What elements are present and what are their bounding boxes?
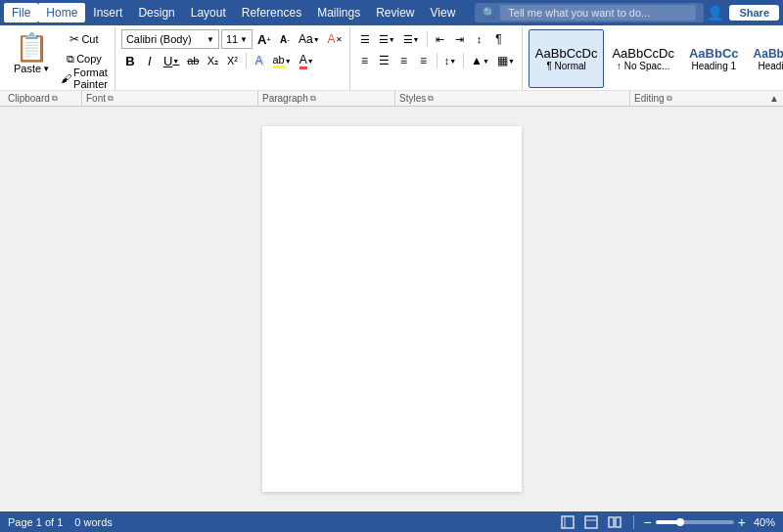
shrink-font-button[interactable]: A-: [276, 29, 294, 49]
style-h2-preview: AaBbCcC: [754, 47, 783, 61]
underline-button[interactable]: U▼: [161, 51, 182, 70]
menu-home[interactable]: Home: [38, 3, 85, 22]
paragraph-label-group: Paragraph ⧉: [258, 91, 395, 106]
ribbon: 📋 Paste ▼ ✂ Cut ⧉ Copy 🖌: [0, 25, 783, 107]
format-painter-icon: 🖌: [61, 72, 71, 84]
justify-button[interactable]: ≡: [415, 51, 433, 70]
sort-icon: ↕: [477, 33, 483, 45]
paste-dropdown-icon[interactable]: ▼: [42, 65, 50, 73]
italic-label: I: [148, 54, 152, 68]
zoom-in-icon[interactable]: +: [738, 514, 746, 530]
web-layout-view-button[interactable]: [582, 513, 600, 531]
menu-insert[interactable]: Insert: [85, 3, 130, 22]
line-spacing-button[interactable]: ↕▼: [441, 51, 459, 70]
bullets-button[interactable]: ☰: [356, 29, 374, 49]
sort-button[interactable]: ↕: [471, 29, 488, 49]
page-info: Page 1 of 1: [8, 516, 63, 528]
print-layout-view-button[interactable]: [559, 513, 576, 531]
font-size-input[interactable]: 11 ▼: [221, 29, 253, 49]
shrink-font-icon: A: [280, 34, 287, 45]
styles-group-label: Styles: [399, 93, 426, 104]
align-right-button[interactable]: ≡: [395, 51, 413, 70]
shading-button[interactable]: ▲▼: [468, 51, 492, 70]
document-area[interactable]: [0, 107, 783, 511]
font-group: Calibri (Body) ▼ 11 ▼ A+ A- Aa▼ A✕ B I U…: [117, 27, 350, 90]
strikethrough-button[interactable]: ab: [184, 51, 202, 70]
font-name-input[interactable]: Calibri (Body) ▼: [121, 29, 219, 49]
show-marks-button[interactable]: ¶: [490, 29, 508, 49]
borders-button[interactable]: ▦▼: [494, 51, 518, 70]
underline-dropdown-icon[interactable]: ▼: [172, 58, 179, 65]
cut-icon: ✂: [69, 32, 79, 46]
zoom-out-icon[interactable]: −: [644, 514, 652, 530]
clipboard-side: ✂ Cut ⧉ Copy 🖌 Format Painter: [58, 29, 111, 88]
show-marks-icon: ¶: [495, 32, 501, 46]
paragraph-group: ☰ ☰▼ ☰▼ ⇤ ⇥ ↕ ¶ ≡ ☰ ≡ ≡ ↕▼ ▲▼ ▦▼: [352, 27, 523, 90]
cut-button[interactable]: ✂ Cut: [58, 30, 111, 48]
share-button[interactable]: Share: [729, 5, 779, 21]
menu-mailings[interactable]: Mailings: [309, 3, 368, 22]
menu-review[interactable]: Review: [368, 3, 422, 22]
zoom-level: 40%: [754, 516, 775, 528]
superscript-button[interactable]: X²: [224, 51, 242, 70]
numbering-button[interactable]: ☰▼: [376, 29, 398, 49]
document-page[interactable]: [262, 126, 522, 492]
text-effects-button[interactable]: A: [251, 51, 268, 70]
copy-button[interactable]: ⧉ Copy: [58, 50, 111, 67]
paste-label: Paste: [14, 63, 41, 74]
decrease-indent-button[interactable]: ⇤: [432, 29, 449, 49]
borders-icon: ▦: [497, 54, 508, 67]
multilevel-button[interactable]: ☰▼: [400, 29, 423, 49]
font-color-dropdown-icon[interactable]: ▼: [307, 58, 314, 65]
styles-expand-icon[interactable]: ⧉: [428, 94, 434, 104]
svg-rect-5: [616, 517, 621, 527]
font-name-value: Calibri (Body): [126, 33, 192, 45]
editing-expand-icon[interactable]: ⧉: [667, 94, 672, 104]
editing-group-label: Editing: [634, 93, 665, 104]
paste-button[interactable]: 📋 Paste ▼: [8, 29, 56, 76]
text-effects-icon: A: [254, 54, 262, 67]
style-normal-label: ¶ Normal: [546, 61, 585, 71]
center-button[interactable]: ☰: [376, 51, 393, 70]
font-name-dropdown-icon[interactable]: ▼: [207, 35, 214, 44]
bold-label: B: [125, 54, 134, 68]
font-color-button[interactable]: A ▼: [297, 51, 317, 70]
copy-icon: ⧉: [67, 53, 74, 66]
clear-format-button[interactable]: A✕: [325, 29, 345, 49]
text-highlight-button[interactable]: ab ▼: [270, 51, 295, 70]
grow-font-button[interactable]: A+: [254, 29, 274, 49]
menu-design[interactable]: Design: [130, 3, 182, 22]
font-size-value: 11: [226, 33, 238, 45]
style-normal[interactable]: AaBbCcDc ¶ Normal: [529, 29, 605, 88]
ribbon-labels: Clipboard ⧉ Font ⧉ Paragraph ⧉ Styles ⧉ …: [0, 90, 783, 106]
style-heading2[interactable]: AaBbCcC Heading 2: [747, 29, 783, 88]
highlight-dropdown-icon[interactable]: ▼: [285, 58, 292, 65]
tell-me-input[interactable]: [500, 5, 696, 21]
subscript-label: X₂: [207, 55, 218, 67]
increase-indent-button[interactable]: ⇥: [451, 29, 469, 49]
zoom-control[interactable]: − + 40%: [644, 514, 775, 530]
subscript-button[interactable]: X₂: [205, 51, 222, 70]
menu-layout[interactable]: Layout: [183, 3, 234, 22]
format-painter-label: Format Painter: [73, 66, 108, 90]
paragraph-expand-icon[interactable]: ⧉: [310, 94, 316, 104]
zoom-track[interactable]: [656, 520, 734, 524]
italic-button[interactable]: I: [141, 51, 159, 70]
menu-file[interactable]: File: [4, 3, 38, 22]
clipboard-expand-icon[interactable]: ⧉: [52, 94, 58, 104]
bold-button[interactable]: B: [121, 51, 139, 70]
read-mode-view-button[interactable]: [606, 513, 623, 531]
style-no-space[interactable]: AaBbCcDc ↑ No Spac...: [605, 29, 681, 88]
change-case-button[interactable]: Aa▼: [296, 29, 323, 49]
collapse-ribbon-icon[interactable]: ▲: [769, 93, 779, 104]
align-left-button[interactable]: ≡: [356, 51, 374, 70]
style-heading1[interactable]: AaBbCc Heading 1: [682, 29, 746, 88]
search-icon: 🔍: [483, 7, 496, 20]
font-size-dropdown-icon[interactable]: ▼: [240, 35, 248, 44]
format-painter-button[interactable]: 🖌 Format Painter: [58, 69, 111, 87]
menu-references[interactable]: References: [234, 3, 309, 22]
shading-icon: ▲: [471, 54, 483, 67]
font-expand-icon[interactable]: ⧉: [108, 94, 114, 104]
menu-view[interactable]: View: [423, 3, 464, 22]
center-icon: ☰: [379, 54, 390, 67]
